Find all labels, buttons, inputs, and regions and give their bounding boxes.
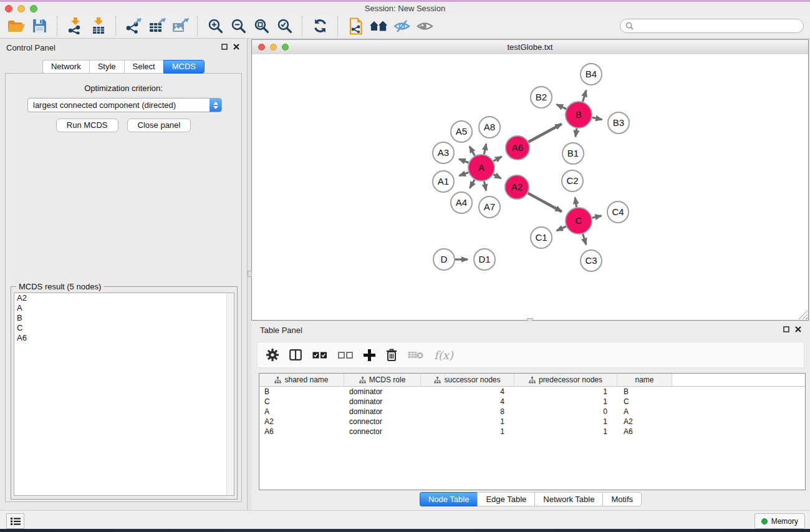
zoom-out-button[interactable] xyxy=(227,15,250,37)
tab-edge-table[interactable]: Edge Table xyxy=(477,492,534,506)
show-column-panel-button[interactable] xyxy=(289,347,302,363)
float-panel-icon[interactable] xyxy=(783,326,789,332)
scrollbar-track[interactable] xyxy=(226,293,234,495)
mcds-result-item[interactable]: C xyxy=(14,323,234,333)
close-panel-icon[interactable] xyxy=(233,44,239,50)
network-graph[interactable]: AA1A2A3A4A5A6A7A8BB1B2B3B4CC1C2C3C4DD1 xyxy=(252,54,808,320)
destroy-table-button[interactable] xyxy=(408,347,423,363)
header-filler xyxy=(672,374,805,387)
run-mcds-button[interactable]: Run MCDS xyxy=(56,118,118,132)
tab-node-table[interactable]: Node Table xyxy=(420,492,478,506)
zoom-fit-button[interactable] xyxy=(250,15,273,37)
table-cell[interactable]: dominator xyxy=(344,407,421,417)
table-cell[interactable]: A6 xyxy=(259,427,344,437)
mcds-result-item[interactable]: B xyxy=(14,313,234,323)
optimization-criterion-select[interactable]: largest connected component (directed) xyxy=(27,98,222,112)
table-settings-button[interactable] xyxy=(266,347,279,363)
table-cell[interactable]: 1 xyxy=(514,397,617,407)
import-network-button[interactable] xyxy=(64,15,87,37)
float-panel-icon[interactable] xyxy=(221,44,228,50)
show-hidden-button[interactable] xyxy=(413,15,436,37)
open-session-file-button[interactable] xyxy=(344,15,367,37)
table-cell[interactable]: 1 xyxy=(514,427,617,437)
zoom-in-button[interactable] xyxy=(204,15,227,37)
table-cell[interactable]: connector xyxy=(344,427,421,437)
home-button[interactable] xyxy=(367,15,390,37)
graph-node-label-D1: D1 xyxy=(478,254,490,264)
mcds-result-item[interactable]: A xyxy=(14,303,234,313)
table-cell[interactable]: 1 xyxy=(421,417,514,427)
mcds-result-item[interactable]: A2 xyxy=(14,293,234,303)
tab-motifs[interactable]: Motifs xyxy=(602,492,642,506)
select-all-icon xyxy=(312,352,327,359)
close-panel-button[interactable]: Close panel xyxy=(127,118,191,132)
function-builder-button[interactable]: f(x) xyxy=(434,347,453,363)
deselect-all-button[interactable] xyxy=(338,347,353,363)
show-task-history-button[interactable] xyxy=(6,513,24,529)
graph-node-label-A7: A7 xyxy=(484,201,495,212)
export-network-button[interactable] xyxy=(122,15,145,37)
export-table-icon xyxy=(148,18,166,34)
table-row[interactable]: Bdominator41B xyxy=(259,387,805,397)
memory-button[interactable]: Memory xyxy=(755,513,805,529)
tab-style[interactable]: Style xyxy=(89,60,124,74)
table-cell[interactable]: 8 xyxy=(421,407,514,417)
table-cell[interactable]: B xyxy=(259,387,344,397)
table-cell[interactable]: dominator xyxy=(344,397,421,407)
mcds-result-item[interactable]: A6 xyxy=(14,333,234,343)
table-cell[interactable]: connector xyxy=(344,417,421,427)
tab-mcds[interactable]: MCDS xyxy=(163,60,205,74)
table-cell[interactable]: A6 xyxy=(617,427,672,437)
search-input[interactable] xyxy=(637,20,803,32)
tab-select[interactable]: Select xyxy=(124,60,163,74)
table-cell[interactable]: B xyxy=(617,387,672,397)
column-header-shared-name[interactable]: shared name xyxy=(259,374,344,387)
zoom-selected-button[interactable] xyxy=(273,15,296,37)
table-cell[interactable]: 1 xyxy=(421,427,514,437)
network-canvas[interactable]: AA1A2A3A4A5A6A7A8BB1B2B3B4CC1C2C3C4DD1 xyxy=(252,54,808,320)
tab-network-table[interactable]: Network Table xyxy=(534,492,602,506)
column-header-name[interactable]: name xyxy=(617,374,672,387)
add-column-button[interactable] xyxy=(364,347,375,363)
table-cell[interactable]: 1 xyxy=(514,387,617,397)
network-window-titlebar[interactable]: testGlobe.txt xyxy=(252,40,808,55)
table-cell[interactable]: C xyxy=(617,397,672,407)
column-header-MCDS-role[interactable]: MCDS role xyxy=(344,374,421,387)
export-table-button[interactable] xyxy=(145,15,168,37)
table-row[interactable]: Cdominator41C xyxy=(259,397,805,407)
table-row[interactable]: A2connector11A2 xyxy=(259,417,805,427)
table-cell[interactable]: A xyxy=(259,407,344,417)
table-cell[interactable]: A2 xyxy=(617,417,672,427)
column-header-label: MCDS role xyxy=(369,375,406,384)
table-cell[interactable]: 1 xyxy=(514,417,617,427)
save-session-button[interactable] xyxy=(28,15,51,37)
optimization-criterion-value: largest connected component (directed) xyxy=(28,100,210,110)
close-panel-icon[interactable] xyxy=(795,326,801,332)
split-handle-vertical[interactable] xyxy=(248,271,252,277)
refresh-button[interactable] xyxy=(309,15,332,37)
column-header-successor-nodes[interactable]: successor nodes xyxy=(421,374,514,387)
export-image-button[interactable] xyxy=(168,15,191,37)
search-field[interactable] xyxy=(620,19,804,33)
optimization-criterion-label: Optimization criterion: xyxy=(6,84,241,93)
table-cell[interactable]: dominator xyxy=(344,387,421,397)
table-cell[interactable]: A2 xyxy=(259,417,344,427)
import-table-button[interactable] xyxy=(87,15,110,37)
table-cell[interactable]: C xyxy=(259,397,344,407)
table-row[interactable]: A6connector11A6 xyxy=(259,427,805,437)
table-cell[interactable]: 0 xyxy=(514,407,617,417)
table-row[interactable]: Adominator80A xyxy=(259,407,805,417)
hide-selected-button[interactable] xyxy=(390,15,413,37)
table-panel: Table Panel xyxy=(251,321,810,510)
open-session-button[interactable] xyxy=(5,15,28,37)
delete-column-button[interactable] xyxy=(386,347,397,363)
column-header-predecessor-nodes[interactable]: predecessor nodes xyxy=(514,374,617,387)
table-cell[interactable]: A xyxy=(617,407,672,417)
table-header-row: shared nameMCDS rolesuccessor nodesprede… xyxy=(259,374,805,387)
table-cell[interactable]: 4 xyxy=(421,387,514,397)
select-all-button[interactable] xyxy=(312,347,327,363)
tab-network[interactable]: Network xyxy=(42,60,89,74)
import-table-icon xyxy=(90,17,107,34)
table-cell[interactable]: 4 xyxy=(421,397,514,407)
mcds-result-list[interactable]: A2ABCA6 xyxy=(14,293,234,496)
